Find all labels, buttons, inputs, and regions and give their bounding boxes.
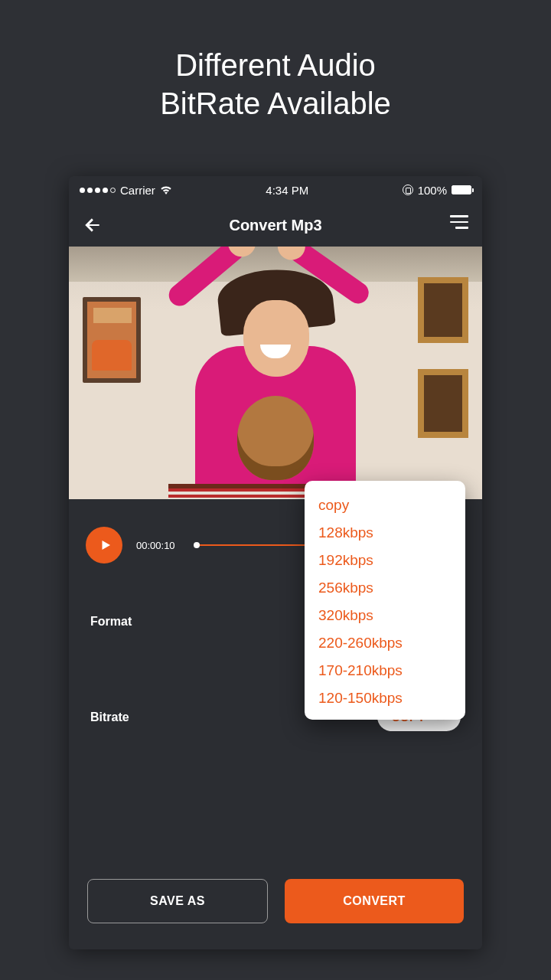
bitrate-label: Bitrate — [90, 710, 129, 724]
bitrate-option[interactable]: 170-210kbps — [318, 657, 452, 684]
battery-icon — [452, 185, 471, 194]
bitrate-option[interactable]: 256kbps — [318, 574, 452, 602]
bitrate-option[interactable]: 320kbps — [318, 602, 452, 629]
rotation-lock-icon — [403, 185, 413, 195]
bitrate-option[interactable]: 192kbps — [318, 547, 452, 574]
wifi-icon — [160, 185, 172, 194]
play-button[interactable] — [86, 527, 122, 564]
convert-button[interactable]: CONVERT — [285, 879, 464, 923]
carrier-label: Carrier — [120, 184, 155, 197]
bitrate-option[interactable]: 220-260kbps — [318, 629, 452, 657]
promo-line-2: BitRate Available — [0, 84, 551, 122]
action-buttons: SAVE AS CONVERT — [69, 879, 482, 923]
video-thumbnail[interactable] — [69, 247, 482, 499]
status-bar: Carrier 4:34 PM 100% — [69, 176, 482, 204]
timecode: 00:00:10 — [136, 540, 175, 551]
promo-title: Different Audio BitRate Available — [0, 0, 551, 122]
back-icon[interactable] — [83, 215, 103, 235]
save-as-button[interactable]: SAVE AS — [87, 879, 268, 923]
app-header: Convert Mp3 — [69, 204, 482, 247]
promo-line-1: Different Audio — [0, 46, 551, 84]
menu-icon[interactable] — [448, 215, 468, 235]
format-label: Format — [90, 615, 132, 629]
phone-frame: Carrier 4:34 PM 100% Convert Mp3 — [69, 176, 482, 949]
signal-dots-icon — [80, 188, 116, 193]
bitrate-dropdown: copy 128kbps 192kbps 256kbps 320kbps 220… — [305, 481, 465, 720]
bitrate-option[interactable]: 120-150kbps — [318, 684, 452, 712]
status-time: 4:34 PM — [266, 184, 308, 197]
page-title: Convert Mp3 — [229, 217, 321, 234]
status-right: 100% — [403, 184, 471, 197]
bitrate-option[interactable]: 128kbps — [318, 519, 452, 547]
bitrate-option[interactable]: copy — [318, 492, 452, 519]
status-left: Carrier — [80, 184, 172, 197]
battery-percent: 100% — [418, 184, 447, 197]
